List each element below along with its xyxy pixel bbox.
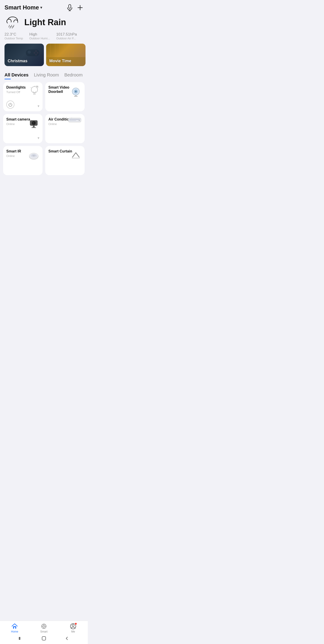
svg-rect-28 [34,94,35,94]
tab-living-room[interactable]: Living Room [34,70,59,80]
svg-line-9 [9,25,10,27]
svg-point-19 [35,54,37,56]
svg-rect-39 [74,96,78,97]
app-title[interactable]: Smart Home ▾ [5,4,42,11]
title-text: Smart Home [5,4,39,11]
scene-movie[interactable]: Movie Time [46,44,86,66]
svg-rect-45 [33,126,35,128]
svg-point-27 [31,86,38,93]
svg-point-43 [33,122,35,124]
svg-line-11 [13,25,14,27]
header-actions [67,4,83,11]
pressure-value: 1017.51hPa [56,32,77,37]
svg-point-18 [34,52,35,54]
svg-rect-0 [69,4,71,8]
svg-point-15 [28,50,31,54]
svg-point-55 [33,156,35,156]
humidity-stat: High Outdoor Humi... [29,32,50,40]
weather-stats: 22.3°C Outdoor Temp High Outdoor Humi...… [5,32,83,40]
scene-section: Christmas Movie Time [0,44,88,70]
device-card-doorbell[interactable]: Smart Video Doorbell [45,82,85,111]
mic-icon[interactable] [67,4,73,11]
svg-rect-49 [69,120,76,121]
add-icon[interactable] [77,4,83,11]
tab-all-devices[interactable]: All Devices [5,70,29,80]
temp-label: Outdoor Temp [5,37,23,40]
humidity-value: High [29,32,50,37]
temp-value: 22.3°C [5,32,23,37]
device-card-downlights[interactable]: Downlights Turned Off ▾ [3,82,43,111]
pressure-label: Outdoor Air P... [56,37,77,40]
weather-icon [5,16,21,29]
ac-icon [68,117,82,124]
device-card-smart-ir[interactable]: Smart IR Online [3,146,43,175]
device-grid: Downlights Turned Off ▾ Smart V [0,82,88,175]
svg-rect-46 [32,127,36,128]
smart-ir-icon [28,149,39,160]
svg-point-17 [37,52,39,54]
svg-point-37 [75,91,77,92]
svg-line-31 [38,88,38,88]
svg-line-12 [10,26,11,28]
scene-christmas-label: Christmas [8,59,28,64]
scene-movie-label: Movie Time [49,59,71,64]
device-card-ac[interactable]: Air Conditioning Online [45,114,85,143]
svg-point-33 [37,86,38,87]
tab-bedroom[interactable]: Bedroom [64,70,83,80]
svg-point-44 [33,122,33,122]
svg-rect-48 [69,119,80,120]
weather-condition: Light Rain [24,18,66,27]
svg-point-16 [35,50,37,52]
device-card-curtain[interactable]: Smart Curtain [45,146,85,175]
curtain-icon [70,149,82,160]
svg-point-50 [79,120,80,121]
downlights-icon [30,85,39,97]
camera-expand[interactable]: ▾ [38,136,39,140]
svg-line-10 [11,25,12,27]
device-card-camera[interactable]: Smart camera Online ▾ [3,114,43,143]
header: Smart Home ▾ [0,0,88,13]
doorbell-icon [70,85,82,97]
weather-card: Light Rain 22.3°C Outdoor Temp High Outd… [0,13,88,44]
downlights-power-button[interactable] [6,100,15,108]
downlights-expand[interactable]: ▾ [38,104,39,108]
camera-icon [28,117,39,129]
svg-line-30 [31,88,32,88]
title-chevron[interactable]: ▾ [40,6,42,10]
svg-line-13 [12,26,13,28]
pressure-stat: 1017.51hPa Outdoor Air P... [56,32,77,40]
room-tabs: All Devices Living Room Bedroom ⋯ [0,70,88,80]
scene-christmas[interactable]: Christmas [5,44,44,66]
temp-stat: 22.3°C Outdoor Temp [5,32,23,40]
svg-rect-8 [8,22,18,24]
humidity-label: Outdoor Humi... [29,37,50,40]
svg-rect-47 [68,118,81,122]
